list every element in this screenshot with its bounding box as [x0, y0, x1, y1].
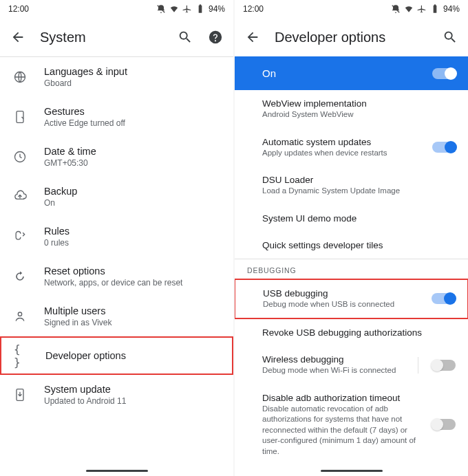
- auto-updates-toggle[interactable]: [432, 142, 456, 153]
- disable-adb-toggle[interactable]: [432, 419, 456, 430]
- search-icon: [443, 30, 458, 45]
- row-title: Languages & input: [44, 66, 221, 77]
- row-disable-adb-timeout[interactable]: Disable adb authorization timeoutDisable…: [235, 385, 468, 466]
- wireless-debugging-toggle[interactable]: [432, 360, 456, 371]
- status-time: 12:00: [243, 4, 264, 14]
- row-webview[interactable]: WebView implementationAndroid System Web…: [235, 90, 468, 129]
- row-system-update[interactable]: System updateUpdated to Android 11: [0, 375, 233, 415]
- row-title: Wireless debugging: [262, 354, 410, 365]
- screen-system: 12:00 94% System Languages & inputGboard…: [0, 0, 233, 476]
- row-sub: Active Edge turned off: [44, 118, 221, 128]
- row-title: Gestures: [44, 106, 221, 117]
- home-indicator[interactable]: [321, 470, 383, 472]
- arrow-back-icon: [10, 30, 25, 45]
- status-time: 12:00: [8, 4, 29, 14]
- battery-icon: [430, 4, 440, 14]
- row-sub: Apply updates when device restarts: [262, 148, 425, 159]
- row-title: Multiple users: [44, 305, 221, 316]
- row-wireless-debugging[interactable]: Wireless debuggingDebug mode when Wi-Fi …: [235, 346, 468, 385]
- usb-debugging-toggle[interactable]: [432, 293, 455, 304]
- arrow-back-icon: [245, 30, 260, 45]
- row-sub: Signed in as Vivek: [44, 318, 221, 327]
- person-icon: [12, 309, 28, 324]
- row-gestures[interactable]: GesturesActive Edge turned off: [0, 97, 233, 137]
- battery-text: 94%: [209, 4, 225, 14]
- row-title: Rules: [44, 226, 221, 237]
- app-bar: Developer options: [235, 18, 468, 56]
- dev-list: WebView implementationAndroid System Web…: [235, 90, 468, 476]
- svg-point-3: [18, 312, 21, 316]
- section-debugging: DEBUGGING: [235, 259, 468, 279]
- row-sub: Disable automatic revocation of adb auth…: [262, 404, 425, 457]
- master-toggle-row[interactable]: On: [235, 56, 468, 90]
- row-datetime[interactable]: Date & timeGMT+05:30: [0, 137, 233, 177]
- cloud-upload-icon: [12, 189, 28, 204]
- page-title: System: [40, 30, 163, 45]
- status-bar: 12:00 94%: [0, 0, 233, 18]
- page-title: Developer options: [275, 30, 428, 45]
- row-users[interactable]: Multiple usersSigned in as Vivek: [0, 296, 233, 336]
- vsep: [418, 357, 418, 374]
- svg-rect-1: [17, 111, 23, 123]
- home-indicator[interactable]: [86, 470, 148, 472]
- row-sub: Network, apps, or device can be reset: [44, 278, 221, 288]
- row-title: USB debugging: [263, 288, 425, 299]
- system-update-icon: [12, 387, 28, 402]
- help-icon: [208, 30, 223, 45]
- row-title: Date & time: [44, 146, 221, 157]
- row-developer-options[interactable]: { } Developer options: [0, 336, 233, 375]
- status-bar: 12:00 94%: [235, 0, 468, 18]
- search-button[interactable]: [442, 29, 458, 45]
- search-icon: [178, 30, 193, 45]
- wifi-icon: [169, 4, 179, 14]
- row-sub: Android System WebView: [262, 109, 456, 120]
- row-title: DSU Loader: [262, 175, 456, 185]
- row-qs-tiles[interactable]: Quick settings developer tiles: [235, 232, 468, 259]
- row-title: Reset options: [44, 266, 221, 277]
- row-dsu[interactable]: DSU LoaderLoad a Dynamic System Update I…: [235, 166, 468, 205]
- row-sub: Load a Dynamic System Update Image: [262, 186, 456, 197]
- row-sub: 0 rules: [44, 238, 221, 248]
- globe-icon: [12, 69, 28, 85]
- row-title: Backup: [44, 186, 221, 197]
- reset-icon: [12, 269, 28, 284]
- dev-options-icon: { }: [14, 348, 29, 363]
- app-bar: System: [0, 18, 233, 56]
- row-languages[interactable]: Languages & inputGboard: [0, 57, 233, 97]
- row-title: System UI demo mode: [262, 213, 456, 224]
- dnd-icon: [391, 4, 401, 14]
- master-toggle-label: On: [262, 67, 432, 79]
- row-sub: GMT+05:30: [44, 158, 221, 168]
- row-title: Disable adb authorization timeout: [262, 393, 425, 403]
- row-usb-debugging[interactable]: USB debuggingDebug mode when USB is conn…: [235, 279, 468, 320]
- row-title: Quick settings developer tiles: [262, 240, 456, 250]
- row-revoke-usb[interactable]: Revoke USB debugging authorizations: [235, 319, 468, 346]
- row-auto-updates[interactable]: Automatic system updatesApply updates wh…: [235, 129, 468, 167]
- system-list: Languages & inputGboard GesturesActive E…: [0, 57, 233, 476]
- battery-text: 94%: [443, 4, 460, 14]
- row-backup[interactable]: BackupOn: [0, 177, 233, 217]
- back-button[interactable]: [10, 29, 26, 45]
- row-sub: Updated to Android 11: [44, 396, 221, 406]
- back-button[interactable]: [244, 29, 261, 45]
- row-reset[interactable]: Reset optionsNetwork, apps, or device ca…: [0, 257, 233, 296]
- search-button[interactable]: [177, 29, 193, 45]
- row-sub: Gboard: [44, 78, 221, 88]
- dnd-icon: [156, 4, 166, 14]
- help-button[interactable]: [207, 29, 224, 45]
- row-rules[interactable]: Rules0 rules: [0, 217, 233, 257]
- row-sub: On: [44, 198, 221, 208]
- status-right: 94%: [391, 4, 460, 14]
- row-title: Automatic system updates: [262, 137, 425, 147]
- row-title: WebView implementation: [262, 98, 456, 109]
- airplane-icon: [182, 4, 192, 14]
- row-title: Developer options: [45, 350, 220, 361]
- gestures-icon: [12, 109, 28, 125]
- row-sub: Debug mode when Wi-Fi is connected: [262, 365, 410, 376]
- master-toggle[interactable]: [432, 68, 456, 79]
- row-title: Revoke USB debugging authorizations: [262, 327, 456, 338]
- row-ui-demo[interactable]: System UI demo mode: [235, 205, 468, 232]
- row-sub: Debug mode when USB is connected: [263, 299, 425, 310]
- status-right: 94%: [156, 4, 225, 14]
- rules-icon: [12, 229, 28, 244]
